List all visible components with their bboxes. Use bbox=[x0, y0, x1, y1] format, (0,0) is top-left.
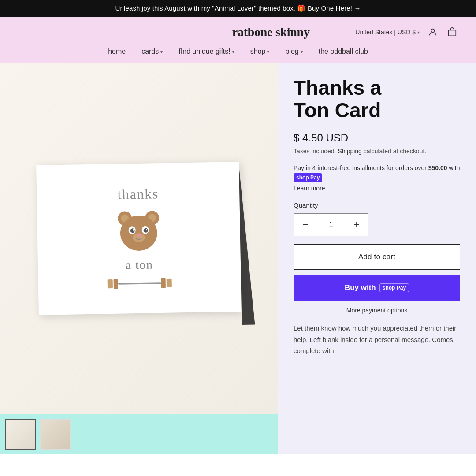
shipping-link[interactable]: Shipping bbox=[338, 148, 362, 155]
svg-rect-1 bbox=[449, 30, 456, 36]
svg-rect-17 bbox=[118, 282, 161, 285]
cart-icon[interactable] bbox=[446, 26, 458, 38]
product-price: $ 4.50 USD bbox=[294, 132, 460, 144]
product-main-image[interactable]: thanks bbox=[0, 63, 278, 414]
nav-item-gifts[interactable]: fInd unique gifts! ▾ bbox=[178, 48, 234, 56]
header-right: United States | USD $ ▾ bbox=[355, 26, 458, 38]
shop-pay-badge: shop Pay bbox=[294, 173, 322, 182]
thumbnail-1[interactable] bbox=[5, 419, 36, 450]
login-icon[interactable] bbox=[427, 26, 439, 38]
shop-chevron-icon: ▾ bbox=[267, 49, 269, 54]
thumbnail-1-image bbox=[6, 420, 35, 449]
country-selector[interactable]: United States | USD $ ▾ bbox=[355, 29, 420, 36]
thumbnails-strip bbox=[0, 414, 278, 454]
nav-item-oddball[interactable]: the oddball club bbox=[319, 48, 368, 56]
main-content: thanks bbox=[0, 63, 476, 454]
svg-rect-15 bbox=[108, 279, 113, 288]
buy-now-shop-pay-logo: shop Pay bbox=[379, 283, 409, 292]
header: ratbone skinny United States | USD $ ▾ bbox=[0, 17, 476, 48]
add-to-cart-button[interactable]: Add to cart bbox=[294, 244, 460, 270]
card-text-thanks: thanks bbox=[117, 186, 159, 203]
buy-now-button[interactable]: Buy with shop Pay bbox=[294, 275, 460, 301]
learn-more-link[interactable]: Learn more bbox=[294, 185, 460, 192]
country-chevron-icon: ▾ bbox=[417, 30, 420, 35]
announcement-bar[interactable]: Unleash joy this August with my "Animal … bbox=[0, 0, 476, 17]
price-note: Taxes included. Shipping calculated at c… bbox=[294, 148, 460, 155]
card-illustration: thanks bbox=[36, 162, 242, 315]
cards-chevron-icon: ▾ bbox=[160, 49, 163, 54]
thumbnail-2[interactable] bbox=[40, 419, 71, 450]
quantity-value: 1 bbox=[317, 221, 345, 229]
main-nav: home cards ▾ fInd unique gifts! ▾ shop ▾… bbox=[0, 48, 476, 63]
nav-item-cards[interactable]: cards ▾ bbox=[141, 48, 163, 56]
nav-item-home[interactable]: home bbox=[108, 48, 126, 56]
nav-item-blog[interactable]: blog ▾ bbox=[285, 48, 302, 56]
svg-rect-18 bbox=[161, 277, 166, 288]
bear-face-illustration bbox=[114, 205, 164, 255]
thumbnail-2-image bbox=[41, 420, 70, 449]
quantity-label: Quantity bbox=[294, 201, 460, 209]
product-title: Thanks a Ton Card bbox=[294, 77, 460, 121]
product-description: Let them know how much you appreciated t… bbox=[294, 323, 460, 357]
card-shadow bbox=[239, 166, 255, 324]
gifts-chevron-icon: ▾ bbox=[232, 49, 234, 54]
card-inner: thanks bbox=[96, 176, 182, 301]
card-text-aton: a ton bbox=[126, 257, 153, 272]
quantity-decrease-button[interactable]: − bbox=[294, 214, 317, 236]
barbell-illustration bbox=[106, 275, 173, 292]
svg-rect-19 bbox=[167, 278, 172, 287]
more-payment-options-button[interactable]: More payment options bbox=[294, 307, 460, 314]
blog-chevron-icon: ▾ bbox=[301, 49, 303, 54]
product-images: thanks bbox=[0, 63, 278, 454]
svg-rect-16 bbox=[114, 278, 118, 289]
svg-point-0 bbox=[431, 29, 434, 32]
quantity-increase-button[interactable]: + bbox=[345, 214, 368, 236]
site-logo[interactable]: ratbone skinny bbox=[186, 25, 355, 39]
country-label: United States | USD $ bbox=[355, 29, 416, 36]
quantity-control: − 1 + bbox=[294, 213, 368, 236]
product-info: Thanks a Ton Card $ 4.50 USD Taxes inclu… bbox=[278, 63, 476, 454]
nav-item-shop[interactable]: shop ▾ bbox=[250, 48, 270, 56]
announcement-text: Unleash joy this August with my "Animal … bbox=[115, 4, 361, 12]
shop-pay-section: Pay in 4 interest-free installments for … bbox=[294, 164, 460, 182]
